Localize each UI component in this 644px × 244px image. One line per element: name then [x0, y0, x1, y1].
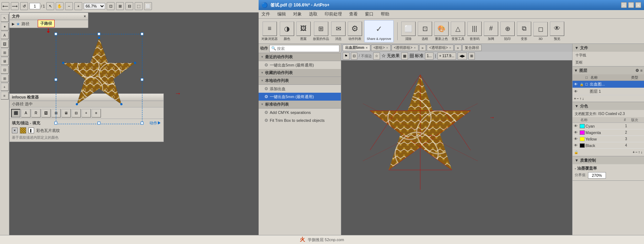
fwd-btn[interactable]: ⟶ [11, 2, 19, 10]
menu-select[interactable]: 选取 [307, 10, 319, 18]
layer-row-0[interactable]: 👁 🔒 ☐ 出血图... [573, 81, 644, 88]
tool-node[interactable]: ✦ [1, 23, 9, 31]
canvas-arrows[interactable]: ◀▶ [458, 52, 467, 60]
refresh-btn[interactable]: ↺ [20, 2, 28, 10]
bleed-tab-2-close[interactable]: × [414, 46, 416, 50]
tool-trap[interactable]: ⊕ 陷印 [500, 22, 515, 41]
menu-file[interactable]: 文件 [260, 10, 272, 18]
layer-0-print[interactable]: ☐ [584, 83, 589, 86]
tool-share-approve[interactable]: ✓ Share & Approve [364, 20, 394, 42]
tool-placed[interactable]: ⊞ 放置的作品 [313, 22, 329, 41]
tool-select[interactable]: ↖ [1, 14, 9, 22]
section-favorites[interactable]: ▼ 收藏的动作列表 [259, 69, 341, 77]
tool-image[interactable]: 🖼 图案 [296, 22, 311, 41]
layers-settings-icon[interactable]: ⚙ [635, 68, 639, 73]
tool-monitor[interactable]: 🖥 [1, 57, 9, 65]
bleed-tab-1-close[interactable]: × [386, 46, 388, 50]
menu-object[interactable]: 对象 [292, 10, 303, 18]
tool-clear[interactable]: ⬜ 清除 [401, 22, 416, 41]
bleed-tab-2[interactable]: <透明群组> × [392, 45, 418, 51]
tool-action-list[interactable]: ⚙ 动作列表 [348, 22, 362, 41]
minimize-btn[interactable]: − [621, 2, 627, 8]
menu-prepress[interactable]: 印前处理 [323, 10, 343, 18]
remove-layer-btn[interactable]: − [577, 97, 579, 101]
sep-up-icon[interactable]: ↑ [638, 150, 640, 154]
layers-menu-icon[interactable]: ≡ [640, 68, 643, 73]
page-input[interactable] [29, 3, 40, 9]
tool-3d[interactable]: ◻ 3D [533, 22, 548, 41]
sep-add-icon[interactable]: + [633, 150, 635, 154]
sep-remove-icon[interactable]: − [635, 150, 638, 154]
add-layer-btn[interactable]: + [574, 97, 576, 101]
tool-pattern[interactable]: ⊞ [1, 49, 9, 56]
sep-yellow-vis[interactable]: 👁 [573, 137, 579, 141]
back-btn[interactable]: ⟵ [1, 2, 9, 10]
tool-barcode[interactable]: ||| 套形码 [467, 22, 482, 41]
menu-help[interactable]: 帮助 [379, 10, 391, 18]
menu-view[interactable]: 查看 [348, 10, 359, 18]
sep-row-black[interactable]: 👁 Black 4 [573, 142, 644, 149]
canvas-star-btn[interactable]: ☆ [373, 52, 380, 60]
bleed-tab-composite[interactable]: 复合路径 [462, 45, 482, 51]
sep-section-header[interactable]: ▼ 分色 [573, 102, 644, 110]
tool-text[interactable]: A [1, 31, 9, 39]
layer-down-btn[interactable]: ↓ [582, 97, 584, 101]
tool-screen[interactable]: # 加网 [484, 22, 498, 41]
tool-select2[interactable]: ⊡ 选框 [418, 22, 432, 41]
layer-0-vis[interactable]: 👁 [573, 82, 579, 86]
sep-row-cyan[interactable]: 👁 Cyan 1 [573, 123, 644, 129]
action-item-local-2[interactable]: ⚙ 一键出血5mm (最终通用) [259, 93, 341, 101]
zoom-select[interactable]: 66.7% [84, 3, 105, 9]
search-input[interactable] [277, 46, 338, 51]
bleed-tab-0-close[interactable]: × [366, 46, 367, 50]
sep-row-magenta[interactable]: 👁 Magenta 2 [573, 129, 644, 136]
sep-black-vis[interactable]: 👁 [573, 143, 579, 147]
tool-extra[interactable]: ≡ [1, 92, 9, 100]
quality-section-header[interactable]: ▼ 质量控制 [573, 156, 644, 164]
view-btn1[interactable]: ⊡ [107, 2, 115, 10]
close-btn[interactable]: × [635, 2, 641, 8]
layer-row-1[interactable]: 👁 图层 1 [573, 88, 644, 95]
bleed-tab-3[interactable]: <透明群组> × [427, 45, 454, 51]
layer-1-vis[interactable]: 👁 [573, 89, 579, 93]
layer-up-btn[interactable]: ↑ [580, 97, 582, 101]
tool-image[interactable]: 🖼 [1, 40, 9, 48]
bleed-tab-0[interactable]: 出血层5mm × [343, 45, 370, 51]
bleed-tab-3-close[interactable]: × [449, 46, 451, 50]
view-btn5[interactable]: ⬜ [144, 2, 152, 10]
tool-transform[interactable]: △ 变形工具 [451, 22, 465, 41]
tool-color[interactable]: ◑ 颜色 [280, 22, 294, 41]
section-standard[interactable]: ▼ 标准动作列表 [259, 101, 341, 109]
quality-res-input[interactable] [588, 172, 606, 179]
tool-distribute[interactable]: + [1, 83, 9, 91]
zoom-out-btn[interactable]: − [65, 2, 73, 10]
tool-preview[interactable]: 👁 预览 [550, 22, 564, 41]
tool-msg[interactable]: ✉ 消息 [331, 22, 346, 41]
sep-down-icon[interactable]: ↓ [641, 150, 643, 154]
view-btn2[interactable]: ⊞ [116, 2, 124, 10]
action-item-std-2[interactable]: ⚙ Fit Trim Box to selected objects [259, 116, 341, 124]
sep-magenta-vis[interactable]: 👁 [573, 130, 579, 134]
zoom-in-btn[interactable]: + [74, 2, 82, 10]
view-btn4[interactable]: ⬚ [135, 2, 143, 10]
sep-lock-icon[interactable]: 🔒 [574, 150, 578, 154]
cursor-tool[interactable]: ↖ [46, 2, 54, 10]
action-item-std-1[interactable]: ⚙ Add CMYK separations [259, 109, 341, 116]
maximize-btn[interactable]: □ [628, 2, 634, 8]
menu-window[interactable]: 窗口 [363, 10, 375, 18]
action-item-recent-1[interactable]: ⚙ 一键出血5mm (最终通用) [259, 61, 341, 69]
layer-0-lock[interactable]: 🔒 [579, 83, 584, 86]
tool-align[interactable]: ⊞ [1, 74, 9, 82]
sep-cyan-vis[interactable]: 👁 [573, 124, 579, 128]
canvas-std-btn[interactable]: ▦ [401, 52, 408, 60]
action-item-local-1[interactable]: ⚙ 添加出血 [259, 85, 341, 93]
canvas-v1[interactable]: 1... [425, 52, 434, 60]
bleed-tab-more-1[interactable]: » [419, 45, 426, 51]
view-btn3[interactable]: ⊟ [125, 2, 133, 10]
tool-warp[interactable]: ⧉ 变形 [517, 22, 531, 41]
bleed-tab-1[interactable]: <群组> × [371, 45, 391, 51]
tool-obj-browser[interactable]: ≡ 对象浏览器 [261, 22, 278, 41]
section-local[interactable]: ▼ 本地动作列表 [259, 77, 341, 85]
canvas-flag-btn[interactable]: ⚑ [343, 52, 349, 60]
tool-grid[interactable]: ⊟ [1, 66, 9, 74]
